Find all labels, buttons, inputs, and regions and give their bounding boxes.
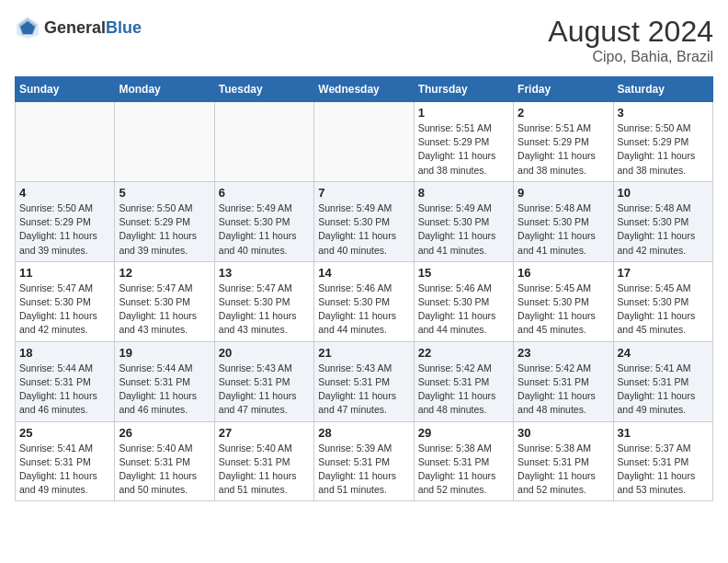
day-number: 8 <box>418 186 509 200</box>
empty-cell <box>314 102 414 182</box>
day-number: 19 <box>119 346 210 360</box>
day-number: 28 <box>318 426 409 440</box>
day-cell-5: 5Sunrise: 5:50 AMSunset: 5:29 PMDaylight… <box>115 181 214 261</box>
day-info: Sunrise: 5:41 AMSunset: 5:31 PMDaylight:… <box>618 362 709 418</box>
day-info: Sunrise: 5:46 AMSunset: 5:30 PMDaylight:… <box>418 282 509 338</box>
day-cell-9: 9Sunrise: 5:48 AMSunset: 5:30 PMDaylight… <box>514 181 613 261</box>
day-number: 30 <box>518 426 609 440</box>
day-cell-12: 12Sunrise: 5:47 AMSunset: 5:30 PMDayligh… <box>115 261 214 341</box>
calendar-table: SundayMondayTuesdayWednesdayThursdayFrid… <box>15 76 713 501</box>
day-number: 13 <box>219 266 310 280</box>
day-cell-27: 27Sunrise: 5:40 AMSunset: 5:31 PMDayligh… <box>214 421 313 501</box>
day-cell-29: 29Sunrise: 5:38 AMSunset: 5:31 PMDayligh… <box>414 421 513 501</box>
logo: GeneralBlue <box>15 15 142 40</box>
day-info: Sunrise: 5:49 AMSunset: 5:30 PMDaylight:… <box>219 201 310 258</box>
col-header-wednesday: Wednesday <box>314 77 414 102</box>
day-info: Sunrise: 5:37 AMSunset: 5:31 PMDaylight:… <box>618 442 709 498</box>
day-number: 27 <box>219 426 310 440</box>
empty-cell <box>115 102 214 182</box>
day-info: Sunrise: 5:47 AMSunset: 5:30 PMDaylight:… <box>219 282 310 338</box>
day-cell-2: 2Sunrise: 5:51 AMSunset: 5:29 PMDaylight… <box>514 102 613 182</box>
day-number: 2 <box>518 106 609 120</box>
week-row-2: 4Sunrise: 5:50 AMSunset: 5:29 PMDaylight… <box>16 181 713 261</box>
day-cell-10: 10Sunrise: 5:48 AMSunset: 5:30 PMDayligh… <box>613 181 712 261</box>
logo-blue: Blue <box>106 18 142 37</box>
logo-icon <box>15 15 40 40</box>
day-cell-8: 8Sunrise: 5:49 AMSunset: 5:30 PMDaylight… <box>414 181 513 261</box>
day-cell-17: 17Sunrise: 5:45 AMSunset: 5:30 PMDayligh… <box>613 261 712 341</box>
col-header-thursday: Thursday <box>414 77 513 102</box>
day-number: 23 <box>518 346 609 360</box>
day-cell-1: 1Sunrise: 5:51 AMSunset: 5:29 PMDaylight… <box>414 102 513 182</box>
day-cell-31: 31Sunrise: 5:37 AMSunset: 5:31 PMDayligh… <box>613 421 712 501</box>
day-number: 3 <box>618 106 709 120</box>
day-number: 17 <box>618 266 709 280</box>
week-row-1: 1Sunrise: 5:51 AMSunset: 5:29 PMDaylight… <box>16 102 713 182</box>
day-number: 5 <box>119 186 210 200</box>
day-info: Sunrise: 5:38 AMSunset: 5:31 PMDaylight:… <box>418 442 509 498</box>
day-number: 6 <box>219 186 310 200</box>
col-header-sunday: Sunday <box>16 77 115 102</box>
day-number: 1 <box>418 106 509 120</box>
day-number: 20 <box>219 346 310 360</box>
day-info: Sunrise: 5:49 AMSunset: 5:30 PMDaylight:… <box>318 201 409 258</box>
day-info: Sunrise: 5:50 AMSunset: 5:29 PMDaylight:… <box>19 201 110 258</box>
day-number: 25 <box>19 426 110 440</box>
day-number: 31 <box>618 426 709 440</box>
day-info: Sunrise: 5:48 AMSunset: 5:30 PMDaylight:… <box>618 201 709 258</box>
day-info: Sunrise: 5:42 AMSunset: 5:31 PMDaylight:… <box>518 362 609 418</box>
empty-cell <box>16 102 115 182</box>
day-number: 4 <box>19 186 110 200</box>
day-cell-11: 11Sunrise: 5:47 AMSunset: 5:30 PMDayligh… <box>16 261 115 341</box>
week-row-3: 11Sunrise: 5:47 AMSunset: 5:30 PMDayligh… <box>16 261 713 341</box>
day-info: Sunrise: 5:43 AMSunset: 5:31 PMDaylight:… <box>219 362 310 418</box>
day-cell-4: 4Sunrise: 5:50 AMSunset: 5:29 PMDaylight… <box>16 181 115 261</box>
day-info: Sunrise: 5:40 AMSunset: 5:31 PMDaylight:… <box>219 442 310 498</box>
day-info: Sunrise: 5:39 AMSunset: 5:31 PMDaylight:… <box>318 442 409 498</box>
day-info: Sunrise: 5:40 AMSunset: 5:31 PMDaylight:… <box>119 442 210 498</box>
day-info: Sunrise: 5:51 AMSunset: 5:29 PMDaylight:… <box>418 121 509 178</box>
col-header-saturday: Saturday <box>613 77 712 102</box>
day-info: Sunrise: 5:45 AMSunset: 5:30 PMDaylight:… <box>518 282 609 338</box>
day-info: Sunrise: 5:38 AMSunset: 5:31 PMDaylight:… <box>518 442 609 498</box>
day-info: Sunrise: 5:44 AMSunset: 5:31 PMDaylight:… <box>119 362 210 418</box>
day-cell-15: 15Sunrise: 5:46 AMSunset: 5:30 PMDayligh… <box>414 261 513 341</box>
day-info: Sunrise: 5:45 AMSunset: 5:30 PMDaylight:… <box>618 282 709 338</box>
day-number: 7 <box>318 186 409 200</box>
week-row-4: 18Sunrise: 5:44 AMSunset: 5:31 PMDayligh… <box>16 341 713 421</box>
header-row: SundayMondayTuesdayWednesdayThursdayFrid… <box>16 77 713 102</box>
day-cell-30: 30Sunrise: 5:38 AMSunset: 5:31 PMDayligh… <box>514 421 613 501</box>
day-number: 18 <box>19 346 110 360</box>
day-cell-23: 23Sunrise: 5:42 AMSunset: 5:31 PMDayligh… <box>514 341 613 421</box>
empty-cell <box>214 102 313 182</box>
day-cell-26: 26Sunrise: 5:40 AMSunset: 5:31 PMDayligh… <box>115 421 214 501</box>
day-cell-22: 22Sunrise: 5:42 AMSunset: 5:31 PMDayligh… <box>414 341 513 421</box>
day-number: 11 <box>19 266 110 280</box>
day-cell-21: 21Sunrise: 5:43 AMSunset: 5:31 PMDayligh… <box>314 341 414 421</box>
col-header-friday: Friday <box>514 77 613 102</box>
title-block: August 2024 Cipo, Bahia, Brazil <box>548 15 713 65</box>
day-number: 24 <box>618 346 709 360</box>
day-number: 12 <box>119 266 210 280</box>
day-info: Sunrise: 5:43 AMSunset: 5:31 PMDaylight:… <box>318 362 409 418</box>
page-header: GeneralBlue August 2024 Cipo, Bahia, Bra… <box>15 15 713 65</box>
logo-text: GeneralBlue <box>44 18 142 38</box>
day-number: 15 <box>418 266 509 280</box>
day-info: Sunrise: 5:47 AMSunset: 5:30 PMDaylight:… <box>19 282 110 338</box>
day-info: Sunrise: 5:51 AMSunset: 5:29 PMDaylight:… <box>518 121 609 178</box>
day-info: Sunrise: 5:42 AMSunset: 5:31 PMDaylight:… <box>418 362 509 418</box>
location: Cipo, Bahia, Brazil <box>548 49 713 65</box>
day-number: 16 <box>518 266 609 280</box>
day-number: 9 <box>518 186 609 200</box>
day-cell-24: 24Sunrise: 5:41 AMSunset: 5:31 PMDayligh… <box>613 341 712 421</box>
day-cell-13: 13Sunrise: 5:47 AMSunset: 5:30 PMDayligh… <box>214 261 313 341</box>
day-info: Sunrise: 5:50 AMSunset: 5:29 PMDaylight:… <box>618 121 709 178</box>
day-info: Sunrise: 5:48 AMSunset: 5:30 PMDaylight:… <box>518 201 609 258</box>
day-cell-18: 18Sunrise: 5:44 AMSunset: 5:31 PMDayligh… <box>16 341 115 421</box>
day-number: 14 <box>318 266 409 280</box>
day-number: 29 <box>418 426 509 440</box>
day-info: Sunrise: 5:41 AMSunset: 5:31 PMDaylight:… <box>19 442 110 498</box>
day-cell-14: 14Sunrise: 5:46 AMSunset: 5:30 PMDayligh… <box>314 261 414 341</box>
col-header-tuesday: Tuesday <box>214 77 313 102</box>
day-info: Sunrise: 5:49 AMSunset: 5:30 PMDaylight:… <box>418 201 509 258</box>
